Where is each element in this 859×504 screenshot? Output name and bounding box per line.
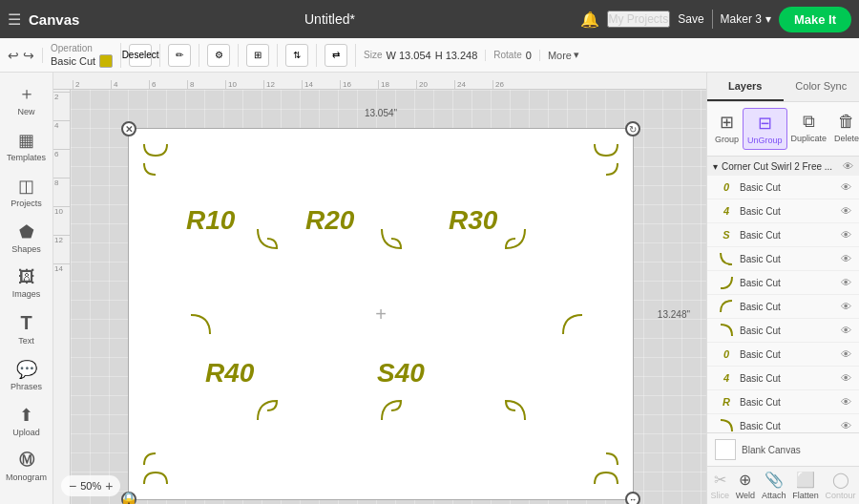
zoom-out-button[interactable]: − (69, 478, 76, 494)
layer-char-r: R (719, 394, 734, 410)
attach-icon: 📎 (765, 471, 784, 489)
make-it-button[interactable]: Make It (779, 7, 851, 32)
layer-item-8[interactable]: 0 Basic Cut 👁 (707, 343, 859, 367)
group-button[interactable]: ⊞ Group (711, 108, 743, 150)
duplicate-button[interactable]: ⧉ Duplicate (787, 108, 831, 150)
divider (712, 10, 713, 29)
sidebar-item-templates[interactable]: ▦ Templates (2, 124, 52, 168)
duplicate-icon: ⧉ (803, 112, 815, 132)
bell-icon[interactable]: 🔔 (580, 10, 599, 29)
label-r10: R10 (186, 205, 235, 236)
layer-char-4: 4 (719, 203, 734, 219)
layer-group-header[interactable]: ▾ Corner Cut Swirl 2 Free ... 👁 (707, 157, 859, 176)
sidebar-item-text[interactable]: T Text (2, 306, 52, 351)
canvas-content[interactable]: 13.054" 13.248" ✕ ↻ 🔒 ↔ + (71, 90, 706, 504)
arrange-button[interactable]: ⇅ (285, 44, 308, 67)
layer-item-2[interactable]: 4 Basic Cut 👁 (707, 200, 859, 223)
label-s40: S40 (377, 358, 425, 388)
tab-layers[interactable]: Layers (707, 73, 784, 101)
sidebar-item-images[interactable]: 🖼 Images (2, 262, 52, 304)
deselect-button[interactable]: Deselect (129, 44, 152, 67)
eye-icon-1[interactable]: 👁 (841, 181, 851, 193)
slice-button[interactable]: ✂ Slice (710, 471, 729, 500)
layers-list: ▾ Corner Cut Swirl 2 Free ... 👁 0 Basic … (707, 157, 859, 432)
zoom-in-button[interactable]: + (105, 478, 113, 494)
rotate-section: Rotate 0 (493, 50, 540, 61)
contour-button: ◯ Contour (826, 471, 856, 500)
eye-icon-4[interactable]: 👁 (841, 253, 851, 264)
sidebar-item-upload[interactable]: ⬆ Upload (2, 399, 52, 443)
sidebar-item-shapes[interactable]: ⬟ Shapes (2, 216, 52, 260)
layer-item-4[interactable]: Basic Cut 👁 (707, 247, 859, 271)
redo-button[interactable]: ↪ (23, 48, 34, 63)
operation-section: Operation Basic Cut (51, 43, 121, 68)
offset-button[interactable]: ⚙ (207, 44, 230, 67)
canvas-area[interactable]: 2 4 6 8 10 12 14 16 18 20 24 26 2 4 6 8 … (53, 73, 706, 504)
eye-icon-7[interactable]: 👁 (841, 325, 851, 336)
offset-section: ⚙ (207, 44, 239, 67)
right-panel: Layers Color Sync ⊞ Group ⊟ UnGroup ⧉ Du… (706, 73, 859, 504)
ungroup-button[interactable]: ⊟ UnGroup (743, 108, 787, 150)
layer-char-s: S (719, 227, 734, 242)
eye-icon-8[interactable]: 👁 (841, 348, 851, 360)
tab-color-sync[interactable]: Color Sync (784, 73, 860, 101)
sidebar-item-projects[interactable]: ◫ Projects (2, 170, 52, 214)
layer-item-1[interactable]: 0 Basic Cut 👁 (707, 176, 859, 200)
phrases-icon: 💬 (16, 359, 37, 380)
swirl-mid-2 (377, 224, 406, 253)
sidebar-item-phrases[interactable]: 💬 Phrases (2, 353, 52, 397)
panel-toolbar: ⊞ Group ⊟ UnGroup ⧉ Duplicate 🗑 Delete (707, 102, 859, 157)
dimension-height-label: 13.248" (658, 309, 690, 320)
upload-icon: ⬆ (19, 405, 33, 426)
layer-swirl-1 (719, 251, 734, 266)
left-sidebar: ＋ New ▦ Templates ◫ Projects ⬟ Shapes 🖼 … (0, 73, 53, 504)
undo-button[interactable]: ↩ (8, 48, 19, 63)
right-panel-bottom-bar: ✂ Slice ⊕ Weld 📎 Attach ⬜ Flatten ◯ Cont… (707, 466, 859, 504)
more-button[interactable]: More ▾ (548, 49, 579, 61)
flip-section: ⇄ (325, 44, 356, 67)
top-center: Untitled* (87, 11, 572, 27)
eye-icon-11[interactable]: 👁 (841, 420, 851, 431)
swirl-mid-1 (253, 224, 282, 253)
eye-icon-5[interactable]: 👁 (841, 277, 851, 288)
attach-button[interactable]: 📎 Attach (762, 471, 786, 500)
chevron-down-icon: ▾ (765, 12, 771, 26)
eye-icon-9[interactable]: 👁 (841, 372, 851, 384)
corner-swirl-bl (136, 444, 184, 492)
save-button[interactable]: Save (678, 12, 703, 26)
delete-button[interactable]: 🗑 Delete (830, 108, 859, 150)
group-eye-icon[interactable]: 👁 (843, 160, 853, 172)
corner-swirl-tl (136, 136, 184, 184)
blank-canvas-swatch (715, 439, 736, 460)
sidebar-item-monogram[interactable]: Ⓜ Monogram (2, 445, 52, 488)
edit-button[interactable]: ✏ (168, 44, 191, 67)
layer-item-3[interactable]: S Basic Cut 👁 (707, 223, 859, 247)
layer-item-6[interactable]: Basic Cut 👁 (707, 295, 859, 319)
eye-icon-6[interactable]: 👁 (841, 301, 851, 312)
sidebar-item-new[interactable]: ＋ New (2, 76, 52, 122)
size-section: Size W 13.054 H 13.248 (364, 50, 486, 61)
eye-icon-3[interactable]: 👁 (841, 229, 851, 241)
maker-button[interactable]: Maker 3 ▾ (721, 12, 771, 26)
eye-icon-2[interactable]: 👁 (841, 205, 851, 217)
blank-canvas-label: Blank Canvas (742, 445, 801, 455)
layer-item-11[interactable]: Basic Cut 👁 (707, 414, 859, 432)
color-swatch[interactable] (99, 54, 113, 68)
layer-item-7[interactable]: Basic Cut 👁 (707, 319, 859, 343)
my-projects-button[interactable]: My Projects (607, 10, 671, 28)
arrange-section: ⇅ (285, 44, 317, 67)
eye-icon-10[interactable]: 👁 (841, 396, 851, 408)
layer-item-9[interactable]: 4 Basic Cut 👁 (707, 367, 859, 390)
ungroup-icon: ⊟ (758, 113, 772, 134)
flatten-button[interactable]: ⬜ Flatten (792, 471, 819, 500)
corner-swirl-br (577, 444, 625, 492)
hamburger-icon[interactable]: ☰ (8, 10, 21, 29)
align-section: ⊞ (246, 44, 278, 67)
design-container[interactable]: 13.054" 13.248" ✕ ↻ 🔒 ↔ + (128, 128, 634, 500)
delete-icon: 🗑 (838, 112, 855, 132)
layer-item-10[interactable]: R Basic Cut 👁 (707, 390, 859, 414)
weld-button[interactable]: ⊕ Weld (736, 471, 755, 500)
flip-button[interactable]: ⇄ (325, 44, 347, 67)
layer-item-5[interactable]: Basic Cut 👁 (707, 271, 859, 295)
align-button[interactable]: ⊞ (246, 44, 269, 67)
